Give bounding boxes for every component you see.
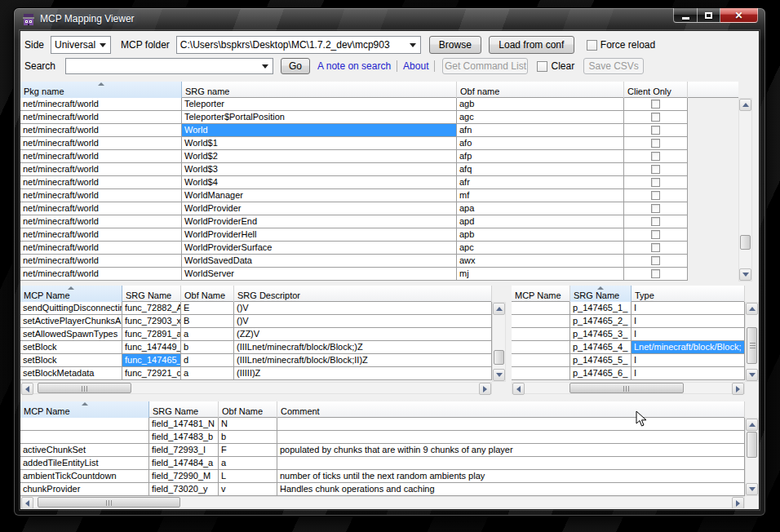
classes-cell[interactable]: net/minecraft/world (20, 124, 182, 136)
methods-horizontal-scrollbar[interactable] (20, 382, 492, 394)
side-select[interactable]: Universal (51, 36, 111, 54)
close-button[interactable]: ✕ (720, 8, 758, 23)
methods-cell[interactable]: func_72903_x (122, 315, 181, 327)
params-vertical-scrollbar[interactable] (745, 302, 759, 382)
classes-cell[interactable] (624, 255, 688, 267)
client-only-checkbox[interactable] (651, 204, 660, 213)
browse-button[interactable]: Browse (429, 36, 481, 54)
client-only-checkbox[interactable] (651, 165, 660, 174)
save-csvs-button[interactable]: Save CSVs (583, 58, 644, 74)
classes-cell[interactable]: net/minecraft/world (20, 228, 182, 241)
classes-cell[interactable] (624, 150, 688, 162)
classes-cell[interactable] (624, 215, 688, 228)
scroll-up-button[interactable] (739, 99, 751, 111)
methods-cell[interactable]: setBlock (20, 341, 122, 353)
fields-cell[interactable] (277, 418, 745, 430)
methods-cell[interactable]: setBlock (20, 354, 122, 366)
classes-cell[interactable]: WorldProvider (182, 202, 457, 215)
methods-cell[interactable]: (IIIII)Z (234, 367, 492, 379)
client-only-checkbox[interactable] (651, 217, 660, 226)
column-header-classes-2[interactable]: Obf name (457, 82, 624, 98)
scroll-right-button[interactable] (732, 497, 744, 508)
about-link[interactable]: About (403, 60, 428, 72)
classes-cell[interactable]: WorldProviderHell (182, 228, 457, 241)
classes-cell[interactable]: apb (457, 228, 624, 241)
minimize-button[interactable] (673, 8, 698, 23)
fields-cell[interactable]: F (219, 444, 277, 456)
params-cell[interactable] (512, 367, 570, 379)
column-header-params-2[interactable]: Type (632, 286, 745, 302)
methods-cell[interactable]: func_147449_b (122, 341, 181, 353)
classes-cell[interactable]: net/minecraft/world (20, 202, 182, 215)
classes-cell[interactable]: net/minecraft/world (20, 137, 182, 149)
scrollbar-track[interactable] (33, 383, 479, 393)
scrollbar-thumb[interactable] (494, 350, 504, 365)
scroll-left-button[interactable] (21, 383, 33, 395)
classes-cell[interactable]: WorldServer (182, 268, 457, 280)
classes-cell[interactable] (624, 124, 688, 136)
classes-cell[interactable]: afq (457, 163, 624, 175)
client-only-checkbox[interactable] (651, 178, 660, 187)
scroll-down-button[interactable] (746, 369, 758, 381)
client-only-checkbox[interactable] (651, 139, 660, 148)
scroll-up-button[interactable] (746, 303, 758, 315)
classes-cell[interactable]: mj (457, 268, 624, 280)
fields-cell[interactable]: field_72993_I (149, 444, 219, 456)
scrollbar-track[interactable] (493, 315, 505, 369)
column-header-fields-1[interactable]: SRG Name (149, 401, 219, 418)
methods-cell[interactable]: setAllowedSpawnTypes (20, 328, 122, 340)
client-only-checkbox[interactable] (651, 113, 660, 122)
classes-cell[interactable]: net/minecraft/world (20, 98, 182, 110)
params-cell[interactable]: I (632, 302, 745, 314)
fields-cell[interactable] (20, 418, 149, 430)
classes-cell[interactable]: net/minecraft/world (20, 189, 182, 202)
fields-cell[interactable]: populated by chunks that are within 9 ch… (277, 444, 745, 456)
column-header-classes-1[interactable]: SRG name (182, 82, 457, 98)
methods-cell[interactable]: func_147465_d (122, 354, 181, 366)
classes-cell[interactable]: net/minecraft/world (20, 268, 182, 280)
methods-cell[interactable]: (IIILnet/minecraft/block/Block;II)Z (234, 354, 492, 366)
scrollbar-track[interactable] (746, 315, 758, 369)
params-cell[interactable] (512, 302, 570, 314)
fields-cell[interactable]: activeChunkSet (20, 444, 149, 456)
fields-cell[interactable] (277, 457, 745, 469)
fields-cell[interactable]: N (219, 418, 277, 430)
fields-cell[interactable]: L (219, 470, 277, 482)
fields-cell[interactable] (277, 431, 745, 443)
classes-cell[interactable]: apc (457, 242, 624, 254)
column-header-classes-0[interactable]: Pkg name (20, 82, 182, 98)
classes-cell[interactable]: net/minecraft/world (20, 255, 182, 267)
classes-cell[interactable]: Teleporter (182, 98, 457, 110)
mcp-folder-combo[interactable]: C:\Users\bspkrs\Desktop\MC\1.7.2_dev\mcp… (176, 36, 421, 54)
methods-cell[interactable]: func_72891_a (122, 328, 181, 340)
fields-cell[interactable]: addedTileEntityList (20, 457, 149, 469)
methods-cell[interactable]: func_72882_A (122, 302, 181, 314)
client-only-checkbox[interactable] (651, 243, 660, 252)
classes-cell[interactable]: afn (457, 124, 624, 136)
classes-vertical-scrollbar[interactable] (738, 98, 752, 282)
load-from-conf-button[interactable]: Load from conf (489, 36, 574, 54)
methods-cell[interactable]: (ZZ)V (234, 328, 492, 340)
fields-cell[interactable]: chunkProvider (20, 483, 149, 495)
search-combo[interactable] (65, 58, 273, 74)
classes-cell[interactable]: mf (457, 189, 624, 202)
classes-cell[interactable]: apd (457, 215, 624, 228)
client-only-checkbox[interactable] (651, 126, 660, 135)
classes-cell[interactable]: World$3 (182, 163, 457, 175)
column-header-fields-2[interactable]: Obf Name (219, 401, 277, 418)
client-only-checkbox[interactable] (651, 269, 660, 278)
classes-cell[interactable] (624, 202, 688, 215)
fields-cell[interactable]: field_72990_M (149, 470, 219, 482)
params-cell[interactable] (512, 354, 570, 366)
classes-cell[interactable]: agb (457, 98, 624, 110)
methods-cell[interactable]: B (181, 315, 234, 327)
classes-cell[interactable]: apa (457, 202, 624, 215)
params-cell[interactable]: Lnet/minecraft/block/Block; (632, 341, 745, 353)
fields-cell[interactable]: field_147483_b (149, 431, 219, 443)
classes-cell[interactable]: World (182, 124, 457, 136)
scroll-up-button[interactable] (493, 303, 505, 315)
methods-cell[interactable]: d (181, 354, 234, 366)
classes-cell[interactable]: awx (457, 255, 624, 267)
params-cell[interactable]: p_147465_2_ (570, 315, 632, 327)
methods-cell[interactable]: ()V (234, 302, 492, 314)
